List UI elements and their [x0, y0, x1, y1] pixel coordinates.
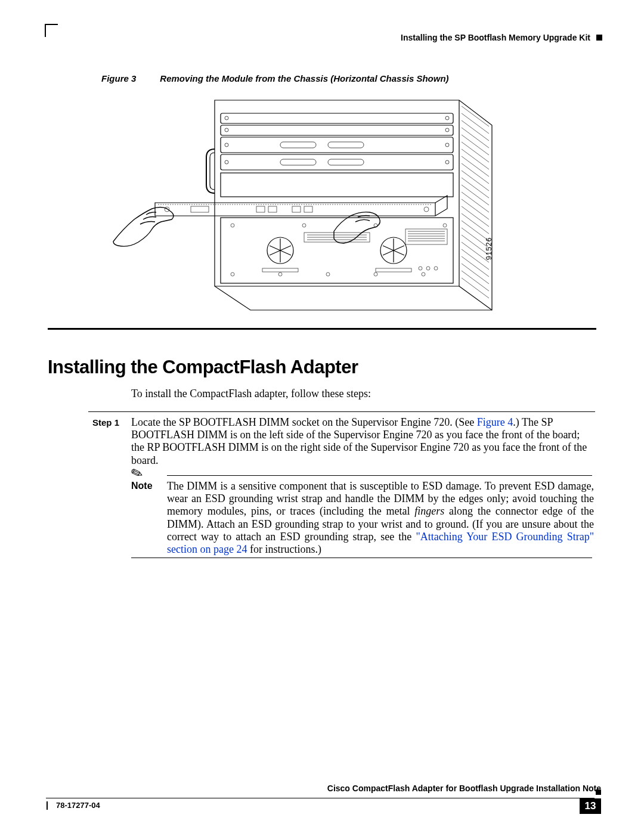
note-body: The DIMM is a sensitive component that i… [167, 480, 594, 556]
section-heading: Installing the CompactFlash Adapter [48, 357, 358, 378]
running-header: Installing the SP Bootflash Memory Upgra… [401, 33, 602, 42]
svg-rect-0 [221, 113, 453, 123]
page-number: 13 [580, 798, 601, 814]
figure-number: Figure 3 [101, 73, 136, 83]
footer-doc-title: Cisco CompactFlash Adapter for Bootflash… [327, 784, 601, 793]
svg-point-13 [445, 160, 449, 164]
svg-point-36 [374, 272, 377, 276]
crop-mark-icon [45, 24, 58, 37]
svg-rect-18 [256, 206, 265, 212]
page: Installing the SP Bootflash Memory Upgra… [0, 0, 644, 833]
svg-point-40 [419, 267, 422, 270]
svg-rect-38 [262, 268, 298, 272]
figure-title: Removing the Module from the Chassis (Ho… [160, 73, 448, 83]
svg-rect-20 [292, 206, 301, 212]
svg-point-8 [225, 143, 228, 147]
step-text-pre: Locate the SP BOOTFLASH DIMM socket on t… [131, 416, 477, 428]
svg-point-30 [302, 224, 306, 227]
footer-doc-number: 78-17277-04 [56, 801, 100, 810]
svg-point-32 [443, 224, 447, 227]
svg-rect-21 [304, 206, 312, 212]
note-text-3: for instructions.) [247, 543, 321, 555]
svg-point-34 [278, 272, 282, 276]
svg-point-33 [231, 272, 234, 276]
svg-point-4 [225, 116, 228, 120]
svg-point-35 [326, 272, 330, 276]
svg-point-7 [445, 128, 449, 132]
svg-point-37 [422, 272, 425, 276]
figure-4-link[interactable]: Figure 4 [477, 416, 513, 428]
step-rule [88, 411, 595, 412]
figure-id-number: 91526 [485, 237, 493, 260]
svg-rect-3 [221, 154, 453, 170]
svg-point-23 [424, 207, 429, 212]
svg-rect-10 [280, 142, 316, 148]
step-label: Step 1 [92, 417, 119, 428]
footer-tick-icon [47, 801, 48, 810]
svg-rect-19 [268, 206, 277, 212]
svg-rect-17 [191, 206, 209, 212]
intro-text: To install the CompactFlash adapter, fol… [131, 388, 590, 400]
figure-illustration [101, 89, 507, 328]
svg-point-29 [231, 224, 234, 227]
svg-point-9 [445, 143, 449, 147]
section-rule [48, 328, 596, 330]
svg-rect-16 [221, 173, 453, 197]
svg-point-41 [426, 267, 430, 270]
svg-point-5 [445, 116, 449, 120]
svg-point-6 [225, 128, 228, 132]
svg-rect-14 [280, 159, 316, 165]
svg-rect-39 [376, 268, 411, 272]
chassis-svg [101, 89, 507, 328]
figure-caption: Figure 3Removing the Module from the Cha… [101, 73, 449, 83]
note-rule-bottom [131, 558, 592, 558]
header-text: Installing the SP Bootflash Memory Upgra… [401, 33, 590, 42]
svg-point-42 [434, 267, 438, 270]
svg-rect-2 [221, 137, 453, 153]
note-label: Note [131, 481, 153, 491]
svg-rect-11 [328, 142, 364, 148]
footer-rule [46, 798, 595, 798]
note-italic: fingers [414, 505, 444, 517]
svg-point-12 [225, 160, 228, 164]
note-rule-top [167, 475, 592, 476]
svg-rect-15 [328, 159, 364, 165]
header-square-icon [596, 35, 602, 41]
svg-rect-1 [221, 125, 453, 135]
step-body: Locate the SP BOOTFLASH DIMM socket on t… [131, 416, 592, 467]
